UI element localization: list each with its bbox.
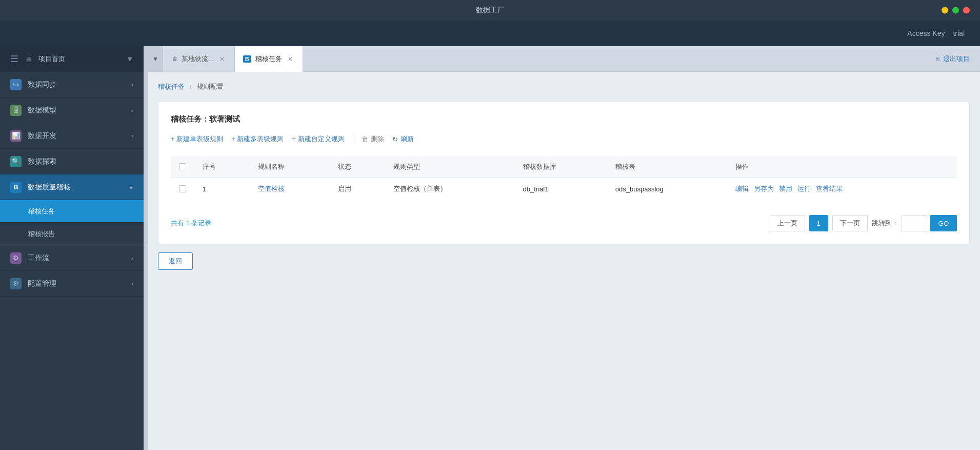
tab-audit-close[interactable]: ✕	[286, 55, 294, 63]
pagination-controls: 上一页 1 下一页 跳转到： GO	[770, 215, 957, 231]
sidebar-item-data-dev-label: 数据开发	[28, 131, 56, 141]
sidebar-subitem-audit-report[interactable]: 稽核报告	[0, 223, 144, 245]
rules-table: 序号 规则名称 状态 规则类型 稽核数据库 稽核表 操作	[171, 156, 957, 200]
sidebar-subitem-audit-task-label: 稽核任务	[28, 207, 55, 216]
row-checkbox-cell	[171, 178, 194, 200]
sidebar-item-data-sync[interactable]: ↪ 数据同步 ›	[0, 72, 144, 97]
main-layout: ☰ 🖥 项目首页 ▼ ↪ 数据同步 › 🗄 数据模型 › 📊 数据开发	[0, 46, 980, 450]
row-rule-name: 空值检核	[250, 178, 330, 200]
return-btn[interactable]: 返回	[158, 252, 193, 270]
delete-btn[interactable]: 🗑 删除	[362, 132, 384, 146]
pagination-suffix: 条记录	[191, 219, 211, 227]
new-multi-rule-btn[interactable]: + 新建多表级规则	[231, 132, 284, 146]
quality-icon: B	[10, 182, 22, 193]
sync-arrow-icon: ›	[131, 81, 133, 88]
exit-icon: ⎋	[936, 55, 940, 63]
minimize-btn[interactable]	[942, 7, 948, 14]
main-card: 稽核任务：软著测试 + 新建单表级规则 + 新建多表级规则 + 新建自定义规则 …	[158, 102, 970, 244]
sidebar-item-config[interactable]: ⚙ 配置管理 ›	[0, 271, 144, 297]
maximize-btn[interactable]	[952, 7, 959, 14]
user-label: trial	[953, 29, 965, 37]
tab-project[interactable]: 🖥 某地铁流... ✕	[163, 46, 235, 72]
action-disable[interactable]: 禁用	[779, 184, 792, 193]
new-single-rule-btn[interactable]: + 新建单表级规则	[171, 132, 223, 146]
sidebar-item-data-dev[interactable]: 📊 数据开发 ›	[0, 123, 144, 149]
breadcrumb-sep: ›	[190, 83, 192, 90]
action-view-result[interactable]: 查看结果	[816, 184, 843, 193]
dev-icon: 📊	[10, 130, 22, 142]
sidebar-item-workflow-label: 工作流	[28, 253, 49, 263]
action-save-as[interactable]: 另存为	[754, 184, 774, 193]
current-page-btn[interactable]: 1	[809, 215, 828, 231]
hamburger-icon[interactable]: ☰	[10, 53, 18, 65]
row-actions: 编辑 另存为 禁用 运行 查看结果	[727, 178, 957, 200]
close-btn[interactable]	[963, 7, 970, 14]
row-seq: 1	[194, 178, 250, 200]
rule-name-link[interactable]: 空值检核	[258, 185, 285, 192]
pagination-count: 1	[186, 219, 190, 227]
tab-audit-icon: B	[243, 55, 251, 63]
collapse-arrow[interactable]: ▼	[126, 55, 133, 63]
row-rule-type: 空值检核（单表）	[385, 178, 515, 200]
access-key-label[interactable]: Access Key	[907, 29, 945, 37]
pagination-total-text: 共有	[171, 219, 184, 227]
config-arrow-icon: ›	[131, 280, 133, 287]
sidebar-resize[interactable]: ···	[144, 46, 148, 450]
workflow-arrow-icon: ›	[131, 255, 133, 262]
action-links: 编辑 另存为 禁用 运行 查看结果	[735, 184, 949, 193]
sidebar-subitem-audit-task[interactable]: 稽核任务	[0, 200, 144, 223]
th-actions: 操作	[727, 156, 957, 178]
tab-project-label: 某地铁流...	[182, 54, 214, 64]
refresh-icon: ↻	[392, 135, 398, 143]
page-jump-input[interactable]	[902, 215, 927, 231]
th-rule-type: 规则类型	[385, 156, 515, 178]
sidebar-nav: ↪ 数据同步 › 🗄 数据模型 › 📊 数据开发 › 🔍 数据探索	[0, 72, 144, 450]
sidebar-item-data-quality-label: 数据质量稽核	[28, 183, 71, 192]
th-seq: 序号	[194, 156, 250, 178]
tab-audit[interactable]: B 稽核任务 ✕	[235, 46, 303, 72]
next-page-btn[interactable]: 下一页	[832, 215, 868, 231]
th-status: 状态	[330, 156, 385, 178]
window-controls	[942, 7, 970, 14]
pagination: 共有 1 条记录 上一页 1 下一页 跳转到： GO	[171, 210, 957, 231]
new-custom-rule-btn[interactable]: + 新建自定义规则	[292, 132, 344, 146]
row-status: 启用	[330, 178, 385, 200]
monitor-icon: 🖥	[25, 55, 32, 64]
tab-project-icon: 🖥	[171, 55, 177, 63]
tab-project-close[interactable]: ✕	[218, 55, 226, 63]
action-edit[interactable]: 编辑	[735, 184, 749, 193]
row-checkbox[interactable]	[179, 185, 186, 192]
jump-label: 跳转到：	[872, 219, 898, 228]
select-all-checkbox[interactable]	[179, 163, 186, 170]
exit-project-btn[interactable]: ⎋ 退出项目	[926, 54, 980, 64]
th-rule-name: 规则名称	[250, 156, 330, 178]
dev-arrow-icon: ›	[131, 132, 133, 140]
page-content: 稽核任务 › 规则配置 稽核任务：软著测试 + 新建单表级规则 + 新建多表级规…	[148, 72, 980, 450]
tabs-bar: ▼ 🖥 某地铁流... ✕ B 稽核任务 ✕ ⎋ 退出项目	[148, 46, 980, 72]
sidebar-item-data-model-label: 数据模型	[28, 106, 56, 115]
sync-icon: ↪	[10, 79, 22, 90]
header: Access Key trial	[0, 21, 980, 46]
sidebar-item-data-explore-label: 数据探索	[28, 157, 56, 166]
breadcrumb-audit-task[interactable]: 稽核任务	[158, 83, 185, 90]
sidebar-item-data-quality[interactable]: B 数据质量稽核 ∨	[0, 174, 144, 200]
project-home-label[interactable]: 项目首页	[38, 54, 65, 64]
quality-arrow-icon: ∨	[129, 184, 133, 191]
sidebar-item-data-explore[interactable]: 🔍 数据探索	[0, 149, 144, 174]
prev-page-btn[interactable]: 上一页	[770, 215, 805, 231]
sidebar-item-workflow[interactable]: ⚙ 工作流 ›	[0, 245, 144, 271]
model-arrow-icon: ›	[131, 107, 133, 114]
th-database: 稽核数据库	[515, 156, 607, 178]
refresh-btn[interactable]: ↻ 刷新	[392, 132, 414, 146]
action-run[interactable]: 运行	[797, 184, 811, 193]
exit-label: 退出项目	[943, 54, 970, 64]
row-table-name: ods_buspasslog	[607, 178, 727, 200]
toolbar: + 新建单表级规则 + 新建多表级规则 + 新建自定义规则 🗑 删除 ↻ 刷新	[171, 132, 957, 146]
tab-dropdown[interactable]: ▼	[148, 46, 163, 72]
sidebar-item-data-model[interactable]: 🗄 数据模型 ›	[0, 97, 144, 123]
th-checkbox	[171, 156, 194, 178]
page-go-btn[interactable]: GO	[930, 215, 957, 231]
th-table: 稽核表	[607, 156, 727, 178]
sidebar-top: ☰ 🖥 项目首页 ▼	[0, 46, 144, 72]
titlebar: 数据工厂	[0, 0, 980, 21]
